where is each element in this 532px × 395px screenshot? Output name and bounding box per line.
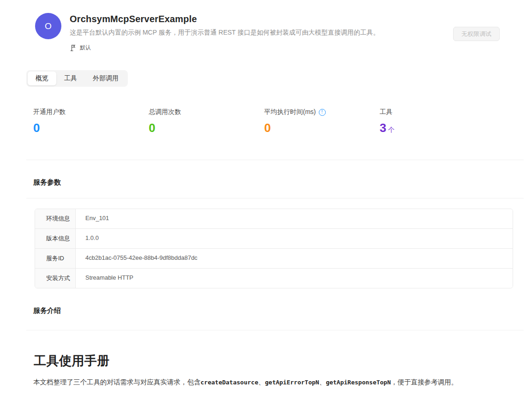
mcp-service-overview-page: O OrchsymMcpServerExample 这是平台默认内置的示例 MC…	[0, 0, 532, 395]
stat-active-users-value: 0	[33, 122, 149, 134]
manual-heading: 工具使用手册	[34, 353, 532, 369]
tab-bar: 概览 工具 外部调用	[26, 70, 128, 87]
table-row-install-mode: 安装方式 Streamable HTTP	[35, 268, 513, 288]
code-tool-2: getApiErrorTopN	[265, 379, 319, 386]
params-table: 环境信息 Env_101 版本信息 1.0.0 服务ID 4cb2b1ac-07…	[35, 209, 513, 288]
stat-active-users-label: 开通用户数	[33, 108, 149, 116]
info-icon[interactable]: !	[319, 109, 326, 116]
divider	[26, 330, 524, 330]
section-title-params: 服务参数	[33, 178, 532, 187]
row-value: 1.0.0	[76, 229, 513, 248]
service-avatar: O	[35, 13, 61, 39]
row-label: 版本信息	[35, 229, 76, 248]
service-header: O OrchsymMcpServerExample 这是平台默认内置的示例 MC…	[0, 0, 532, 52]
divider	[26, 198, 524, 198]
stat-total-calls: 总调用次数 0	[149, 108, 264, 134]
table-row-version: 版本信息 1.0.0	[35, 228, 513, 248]
code-tool-1: createDatasource	[201, 379, 258, 386]
code-tool-3: getApiResponseTopN	[326, 379, 391, 386]
stat-tools-unit: 个	[388, 126, 395, 133]
stats-row: 开通用户数 0 总调用次数 0 平均执行时间(ms) ! 0 工具 3个	[33, 108, 495, 134]
tab-tools[interactable]: 工具	[56, 72, 85, 85]
stat-total-calls-label: 总调用次数	[149, 108, 264, 116]
stat-tools-value: 3个	[380, 122, 495, 134]
row-value: Streamable HTTP	[76, 269, 513, 288]
stat-tools-label: 工具	[380, 108, 495, 116]
tab-external-calls[interactable]: 外部调用	[85, 72, 126, 85]
stat-avg-exec-time: 平均执行时间(ms) ! 0	[264, 108, 380, 134]
page-title: OrchsymMcpServerExample	[70, 14, 380, 24]
tab-overview[interactable]: 概览	[28, 72, 56, 85]
row-value: Env_101	[76, 209, 513, 228]
row-value: 4cb2b1ac-0755-42ee-88b4-9df8bdda87dc	[76, 249, 513, 268]
divider	[26, 160, 524, 160]
section-title-intro: 服务介绍	[33, 306, 532, 315]
environment-tag-label: 默认	[80, 44, 91, 52]
service-description: 这是平台默认内置的示例 MCP 服务，用于演示普通 REST 接口是如何被封装成…	[70, 29, 380, 37]
stat-avg-exec-time-value: 0	[264, 122, 380, 134]
environment-tag: 默认	[70, 44, 380, 52]
stat-avg-exec-time-label: 平均执行时间(ms)	[264, 108, 316, 116]
table-row-service-id: 服务ID 4cb2b1ac-0755-42ee-88b4-9df8bdda87d…	[35, 248, 513, 268]
table-row-env: 环境信息 Env_101	[35, 209, 513, 228]
row-label: 服务ID	[35, 249, 76, 268]
row-label: 环境信息	[35, 209, 76, 228]
row-label: 安装方式	[35, 269, 76, 288]
manual-paragraph: 本文档整理了三个工具的对话需求与对应真实请求，包含createDatasourc…	[33, 377, 504, 388]
stat-total-calls-value: 0	[149, 122, 264, 134]
debug-button[interactable]: 无权限调试	[453, 27, 500, 41]
flag-icon	[70, 44, 77, 52]
stat-tools: 工具 3个	[380, 108, 495, 134]
stat-active-users: 开通用户数 0	[33, 108, 149, 134]
